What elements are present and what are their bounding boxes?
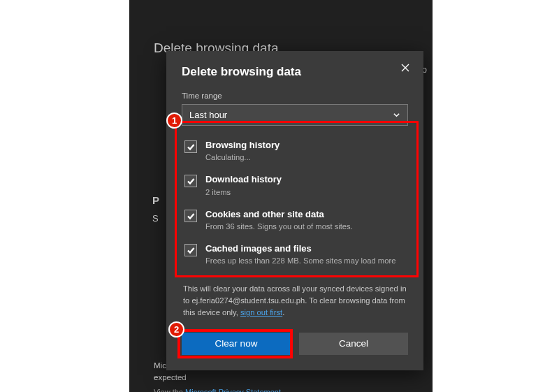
option-title: Cached images and files xyxy=(205,243,405,254)
delete-browsing-data-dialog: Delete browsing data Time range Last hou… xyxy=(166,51,423,370)
option-title: Download history xyxy=(205,174,405,185)
sign-out-first-link[interactable]: sign out first xyxy=(240,308,282,317)
checkbox-cache[interactable] xyxy=(184,244,197,256)
option-title: Cookies and other site data xyxy=(205,209,405,220)
time-range-value: Last hour xyxy=(189,110,227,120)
option-browsing-history: Browsing history Calculating... xyxy=(182,136,408,170)
sync-warning-note: This will clear your data across all you… xyxy=(182,283,408,318)
privacy-statement-link[interactable]: Microsoft Privacy Statement xyxy=(185,388,281,392)
background-letter-s: S xyxy=(152,213,159,224)
sync-note-text: This will clear your data across all you… xyxy=(183,284,407,317)
check-icon xyxy=(187,143,195,151)
option-title: Browsing history xyxy=(205,140,405,151)
chevron-down-icon xyxy=(393,111,400,119)
option-download-history: Download history 2 items xyxy=(182,170,408,204)
checkbox-browsing-history[interactable] xyxy=(184,140,197,153)
close-icon xyxy=(401,64,409,72)
time-range-select[interactable]: Last hour xyxy=(182,104,408,126)
check-icon xyxy=(187,177,195,185)
option-sub: From 36 sites. Signs you out of most sit… xyxy=(205,222,405,232)
option-cookies: Cookies and other site data From 36 site… xyxy=(182,205,408,239)
cancel-button[interactable]: Cancel xyxy=(299,333,408,355)
check-icon xyxy=(187,212,195,220)
dialog-title: Delete browsing data xyxy=(182,62,301,79)
data-types-list: Browsing history Calculating... Download… xyxy=(182,131,408,276)
checkbox-download-history[interactable] xyxy=(184,175,197,187)
option-sub: Frees up less than 228 MB. Some sites ma… xyxy=(205,256,405,266)
sync-note-suffix: . xyxy=(282,308,284,317)
option-cache: Cached images and files Frees up less th… xyxy=(182,239,408,273)
clear-now-button[interactable]: Clear now xyxy=(182,333,291,355)
close-button[interactable] xyxy=(395,58,415,78)
option-sub: Calculating... xyxy=(205,152,405,163)
checkbox-cookies[interactable] xyxy=(184,210,197,222)
option-sub: 2 items xyxy=(205,187,405,198)
check-icon xyxy=(187,246,195,254)
settings-window: Delete browsing data m this pro P S Micr… xyxy=(129,0,433,392)
background-letter-p: P xyxy=(152,194,159,206)
diagnostic-sub-prefix: View the xyxy=(154,388,185,392)
time-range-label: Time range xyxy=(182,92,408,100)
